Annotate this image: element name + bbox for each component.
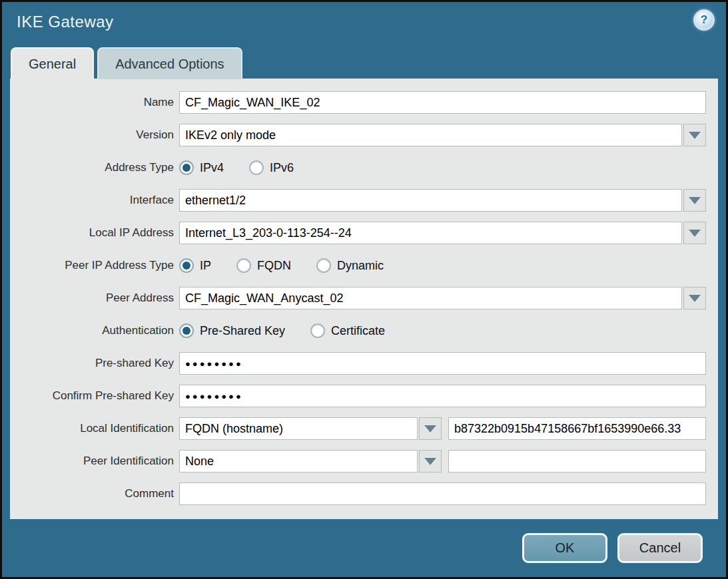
authentication-label: Authentication [10,324,174,337]
interface-dropdown-button[interactable] [683,189,706,212]
radio-ipv6-label: IPv6 [270,161,294,175]
radio-ip-control[interactable] [179,258,194,273]
radio-ipv4-control[interactable] [179,160,194,175]
local-identification-label: Local Identification [10,422,174,435]
radio-fqdn[interactable]: FQDN [236,258,291,273]
local-identification-controls: FQDN (hostname) b87322b0915b47158667bf16… [179,417,706,440]
chevron-down-icon [689,197,701,204]
radio-ipv4-label: IPv4 [200,161,224,175]
radio-ipv6-control[interactable] [249,160,264,175]
title-bar: IKE Gateway ? [2,2,726,45]
peer-address-dropdown[interactable]: CF_Magic_WAN_Anycast_02 [179,287,706,309]
radio-dynamic-label: Dynamic [337,259,384,273]
address-type-label: Address Type [10,161,174,174]
peer-identification-label: Peer Identification [10,455,174,468]
row-local-identification: Local Identification FQDN (hostname) b87… [10,417,706,440]
version-dropdown[interactable]: IKEv2 only mode [179,124,706,146]
name-label: Name [10,96,174,109]
local-ip-address-dropdown[interactable]: Internet_L3_203-0-113-254--24 [179,222,706,244]
row-pre-shared-key: Pre-shared Key ●●●●●●●● [10,352,706,375]
radio-ipv6[interactable]: IPv6 [249,160,294,175]
ok-button[interactable]: OK [522,533,607,563]
tab-advanced-options[interactable]: Advanced Options [97,47,242,79]
row-name: Name CF_Magic_WAN_IKE_02 [10,91,706,114]
row-version: Version IKEv2 only mode [10,124,706,146]
local-ip-address-dropdown-button[interactable] [683,222,706,244]
row-local-ip-address: Local IP Address Internet_L3_203-0-113-2… [10,222,706,244]
peer-address-label: Peer Address [10,291,174,305]
local-ip-address-label: Local IP Address [10,226,174,240]
radio-pre-shared-key[interactable]: Pre-Shared Key [179,323,285,338]
interface-dropdown[interactable]: ethernet1/2 [179,189,706,212]
row-address-type: Address Type IPv4 IPv6 [10,156,706,179]
chevron-down-icon [424,425,436,433]
interface-value[interactable]: ethernet1/2 [179,189,682,212]
version-dropdown-button[interactable] [683,124,706,146]
row-confirm-pre-shared-key: Confirm Pre-shared Key ●●●●●●●● [10,385,706,407]
radio-certificate-control[interactable] [310,323,325,338]
radio-pre-shared-key-control[interactable] [179,323,194,338]
confirm-pre-shared-key-input[interactable]: ●●●●●●●● [179,385,706,407]
peer-ip-address-type-radio-group: IP FQDN Dynamic [179,258,706,273]
local-identification-dropdown-button[interactable] [419,417,442,440]
pre-shared-key-label: Pre-shared Key [10,357,174,370]
ike-gateway-dialog: IKE Gateway ? General Advanced Options N… [0,0,728,579]
chevron-down-icon [689,132,701,139]
radio-dynamic-control[interactable] [316,258,331,273]
peer-ip-address-type-label: Peer IP Address Type [10,259,174,272]
version-value[interactable]: IKEv2 only mode [179,124,682,146]
confirm-pre-shared-key-label: Confirm Pre-shared Key [10,389,174,403]
row-peer-identification: Peer Identification None [10,450,706,473]
row-peer-ip-address-type: Peer IP Address Type IP FQDN Dynamic [10,254,706,277]
radio-certificate[interactable]: Certificate [310,323,385,338]
general-tab-panel: Name CF_Magic_WAN_IKE_02 Version IKEv2 o… [10,79,718,519]
pre-shared-key-input[interactable]: ●●●●●●●● [179,352,706,375]
cancel-button[interactable]: Cancel [617,533,703,563]
radio-ip[interactable]: IP [179,258,211,273]
version-label: Version [10,128,174,142]
local-identification-type-dropdown[interactable]: FQDN (hostname) [179,417,442,440]
authentication-radio-group: Pre-Shared Key Certificate [179,323,706,338]
row-comment: Comment [10,482,706,505]
radio-fqdn-label: FQDN [257,259,291,273]
row-interface: Interface ethernet1/2 [10,189,706,212]
peer-identification-type-dropdown[interactable]: None [179,450,442,473]
peer-identification-value-input[interactable] [448,450,706,473]
chevron-down-icon [689,295,701,302]
row-peer-address: Peer Address CF_Magic_WAN_Anycast_02 [10,287,706,309]
chevron-down-icon [424,458,436,465]
row-authentication: Authentication Pre-Shared Key Certificat… [10,319,706,342]
tab-general[interactable]: General [11,47,94,79]
local-identification-value-input[interactable]: b87322b0915b47158667bf1653990e66.33 [448,417,706,440]
peer-identification-dropdown-button[interactable] [419,450,442,473]
local-ip-address-value[interactable]: Internet_L3_203-0-113-254--24 [179,222,682,244]
radio-dynamic[interactable]: Dynamic [316,258,384,273]
radio-certificate-label: Certificate [331,324,385,338]
comment-label: Comment [10,487,174,500]
comment-input[interactable] [179,482,706,505]
chevron-down-icon [689,230,701,237]
help-icon[interactable]: ? [693,9,715,31]
radio-pre-shared-key-label: Pre-Shared Key [200,324,285,338]
dialog-title: IKE Gateway [17,13,114,31]
peer-identification-controls: None [179,450,706,473]
local-identification-type-value[interactable]: FQDN (hostname) [179,417,418,440]
interface-label: Interface [10,194,174,207]
tab-bar: General Advanced Options [11,47,242,79]
peer-identification-type-value[interactable]: None [179,450,418,473]
radio-fqdn-control[interactable] [236,258,251,273]
radio-ip-label: IP [200,259,211,273]
peer-address-value[interactable]: CF_Magic_WAN_Anycast_02 [179,287,682,309]
name-input[interactable]: CF_Magic_WAN_IKE_02 [179,91,706,114]
peer-address-dropdown-button[interactable] [683,287,706,309]
footer-bar: OK Cancel [2,519,726,577]
address-type-radio-group: IPv4 IPv6 [179,160,706,175]
radio-ipv4[interactable]: IPv4 [179,160,224,175]
